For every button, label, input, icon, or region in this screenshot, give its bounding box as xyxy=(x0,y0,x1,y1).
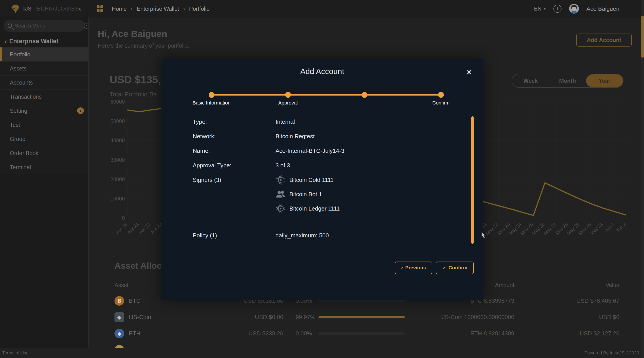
y-axis-tick: 10000 xyxy=(110,196,125,202)
search-input[interactable] xyxy=(15,23,81,29)
sidebar-item-group[interactable]: Group xyxy=(0,132,89,146)
field-label: Name: xyxy=(193,147,276,154)
breadcrumb-item-portfolio[interactable]: Portfolio xyxy=(189,6,210,12)
signer-bitcoin-bot-1: Bitcoin Bot 1 xyxy=(276,187,340,201)
range-toggle: WeekMonthYear xyxy=(512,74,624,88)
language-selector[interactable]: EN ▾ xyxy=(534,6,546,12)
stepper-track xyxy=(213,94,440,96)
step-dot-3 xyxy=(362,92,368,98)
topbar-right: EN ▾ i Ace Baiguen xyxy=(534,0,620,18)
asset-percent-bar xyxy=(318,332,405,335)
step-dot-2 xyxy=(285,92,291,98)
x-axis-tick: May 23 xyxy=(496,221,511,236)
modal-body: Type:InternalNetwork:Bitcoin RegtestName… xyxy=(193,115,466,243)
eth-coin-icon: ◆ xyxy=(114,329,124,338)
people-icon xyxy=(276,189,286,199)
breadcrumb-separator-icon: › xyxy=(131,5,133,12)
sidebar-item-accounts[interactable]: Accounts xyxy=(0,76,89,90)
field-label: Type: xyxy=(193,118,276,125)
sidebar-item-portfolio[interactable]: Portfolio xyxy=(0,48,89,62)
policy-label: Policy (1) xyxy=(193,232,276,239)
search-clear-icon[interactable]: × xyxy=(84,23,90,29)
previous-button[interactable]: ‹ Previous xyxy=(395,262,432,274)
asset-row-ijs-coin[interactable]: ◆IJS-CoinUSD $0.0099.97%IJS-Coin 1000000… xyxy=(114,309,620,325)
confirm-button-label: Confirm xyxy=(448,265,467,271)
breadcrumb-item-home[interactable]: Home xyxy=(112,6,127,12)
sidebar-section-enterprise-wallet[interactable]: ‹ Enterprise Wallet xyxy=(0,35,89,48)
x-axis-tick: May 25 xyxy=(520,221,534,236)
asset-percent-bar-fill xyxy=(318,316,405,318)
sidebar: × ‹ Enterprise Wallet PortfolioAssetsAcc… xyxy=(0,18,89,348)
hardware-chip-icon xyxy=(276,175,286,185)
avatar[interactable] xyxy=(569,4,579,14)
confirm-button[interactable]: ✓ Confirm xyxy=(436,262,474,274)
range-tab-month[interactable]: Month xyxy=(549,74,586,87)
step-label-4: Confirm xyxy=(405,100,477,106)
asset-amount: ETH 8.92814309 xyxy=(405,325,514,342)
check-icon: ✓ xyxy=(442,265,446,271)
y-axis-tick: 40000 xyxy=(110,138,125,143)
x-axis-tick: Apr 20 xyxy=(115,221,128,235)
allocation-title: Asset Allocat xyxy=(114,261,170,271)
sidebar-item-label: Terminal xyxy=(10,164,31,171)
info-icon[interactable]: i xyxy=(554,5,562,13)
signer-bitcoin-ledger-1111: Bitcoin Ledger 1111 xyxy=(276,201,340,216)
sidebar-item-assets[interactable]: Assets xyxy=(0,62,89,76)
ijs-coin-icon: ◆ xyxy=(114,312,124,322)
sidebar-item-label: Setting xyxy=(10,108,27,114)
terms-of-use-link[interactable]: Terms of Use xyxy=(2,350,28,355)
asset-value: USD $2,127.26 xyxy=(526,325,620,342)
btc-coin-icon: B xyxy=(114,296,124,306)
y-axis-tick: 0 xyxy=(122,215,125,221)
page-scrollbar-thumb[interactable] xyxy=(641,16,644,58)
asset-row-eth[interactable]: ◆ETHUSD $238.260.00%ETH 8.92814309USD $2… xyxy=(114,325,620,342)
breadcrumb-separator-icon: › xyxy=(183,5,185,12)
signer-name: Bitcoin Ledger 1111 xyxy=(289,205,340,212)
field-rows: Type:InternalNetwork:Bitcoin RegtestName… xyxy=(193,115,466,173)
x-axis-tick: Jun 1 xyxy=(603,221,615,233)
modal-scrollbar-thumb[interactable] xyxy=(471,116,474,244)
sidebar-item-terminal[interactable]: Terminal xyxy=(0,160,89,174)
range-tab-week[interactable]: Week xyxy=(512,74,549,87)
sidebar-item-setting[interactable]: Setting› xyxy=(0,104,89,118)
apps-grid-icon[interactable] xyxy=(96,5,103,12)
sidebar-item-test[interactable]: Test xyxy=(0,118,89,132)
field-row-name: Name:Ace-Internal-BTC-July14-3 xyxy=(193,144,466,158)
x-axis-tick: May 26 xyxy=(531,221,546,236)
x-axis-tick: May 27 xyxy=(543,221,557,236)
x-axis-tick: May 29 xyxy=(566,221,580,236)
breadcrumb: Home›Enterprise Wallet›Portfolio xyxy=(112,0,210,18)
sidebar-item-label: Order Book xyxy=(10,150,38,156)
x-axis-tick: May 28 xyxy=(554,221,569,236)
field-row-approval-type: Approval Type:3 of 3 xyxy=(193,158,466,173)
x-axis-tick: May 24 xyxy=(508,221,522,236)
modal-title: Add Account xyxy=(162,67,483,76)
previous-button-label: Previous xyxy=(405,265,426,271)
topbar: IJS TECHNOLOGIES ‹ Home›Enterprise Walle… xyxy=(0,0,644,18)
asset-value: USD $78,405.67 xyxy=(526,293,620,309)
brand-primary: IJS xyxy=(23,6,32,12)
x-axis-tick: May 31 xyxy=(589,221,604,236)
sidebar-section-label: Enterprise Wallet xyxy=(9,38,58,45)
field-row-type: Type:Internal xyxy=(193,115,466,129)
sidebar-item-order-book[interactable]: Order Book xyxy=(0,146,89,160)
policy-row: Policy (1) daily_maximum: 500 xyxy=(193,228,466,243)
field-value: Ace-Internal-BTC-July14-3 xyxy=(276,147,344,154)
sidebar-collapse-icon[interactable]: ‹ xyxy=(79,5,81,12)
y-axis-tick: 50000 xyxy=(110,118,125,124)
close-icon[interactable]: × xyxy=(467,68,471,76)
portfolio-balance: USD $135,4 xyxy=(110,73,167,86)
powered-by-text: Powered By InstaJS ©2020 xyxy=(584,350,639,355)
signers-row: Signers (3) Bitcoin Cold 1111Bitcoin Bot… xyxy=(193,173,466,216)
chevron-right-circle-icon: › xyxy=(77,107,84,114)
add-account-button[interactable]: Add Account xyxy=(576,34,632,47)
signer-bitcoin-cold-1111: Bitcoin Cold 1111 xyxy=(276,173,340,187)
range-tab-year[interactable]: Year xyxy=(586,74,623,87)
sidebar-item-transactions[interactable]: Transactions xyxy=(0,90,89,104)
breadcrumb-item-enterprise-wallet[interactable]: Enterprise Wallet xyxy=(137,6,179,12)
y-axis-tick: 30000 xyxy=(110,157,125,163)
step-label-1: Basic Information xyxy=(176,100,247,106)
language-label: EN xyxy=(534,6,541,12)
x-axis-tick: Apr 22 xyxy=(138,221,152,235)
brand-secondary: TECHNOLOGIES xyxy=(34,6,79,12)
